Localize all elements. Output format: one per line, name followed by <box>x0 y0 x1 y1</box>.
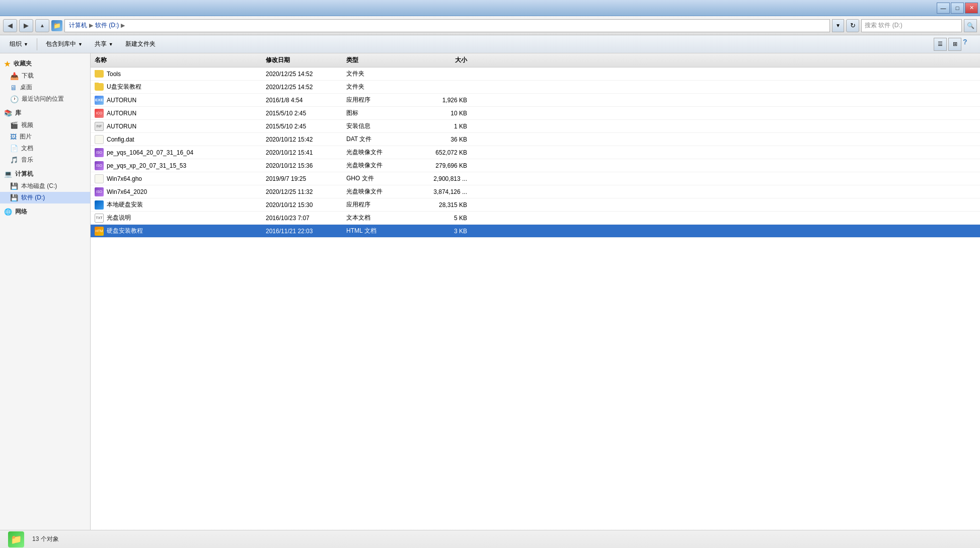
back-button[interactable]: ◀ <box>3 19 17 32</box>
sidebar-item-drive-d[interactable]: 💾 软件 (D:) <box>0 192 90 203</box>
table-row[interactable]: 本地硬盘安装 2020/10/12 15:30 应用程序 28,315 KB <box>91 198 980 212</box>
file-cell-size: 3,874,126 ... <box>407 188 467 195</box>
file-cell-size: 36 KB <box>407 136 467 143</box>
iso-icon: ISO <box>95 148 104 157</box>
gho-icon <box>95 174 104 183</box>
table-row[interactable]: ISO Win7x64_2020 2020/12/25 11:32 光盘映像文件… <box>91 185 980 198</box>
table-row[interactable]: ISO pe_yqs_1064_20_07_31_16_04 2020/10/1… <box>91 146 980 159</box>
table-row[interactable]: Win7x64.gho 2019/9/7 19:25 GHO 文件 2,900,… <box>91 172 980 185</box>
content-area[interactable]: 名称 修改日期 类型 大小 Tools 2020/12/25 14:52 文件夹… <box>91 53 980 530</box>
organize-button[interactable]: 组织 ▼ <box>4 37 34 51</box>
file-cell-date: 2019/9/7 19:25 <box>266 175 346 182</box>
table-row[interactable]: HTM 硬盘安装教程 2016/11/21 22:03 HTML 文档 3 KB <box>91 225 980 238</box>
file-name: 本地硬盘安装 <box>107 200 143 209</box>
sidebar-item-pictures[interactable]: 🖼 图片 <box>0 131 90 143</box>
file-list: Tools 2020/12/25 14:52 文件夹 U盘安装教程 2020/1… <box>91 67 980 238</box>
sidebar-header-favorites[interactable]: ★ 收藏夹 <box>0 57 90 70</box>
sidebar-item-video[interactable]: 🎬 视频 <box>0 119 90 131</box>
table-row[interactable]: U盘安装教程 2020/12/25 14:52 文件夹 <box>91 81 980 94</box>
network-label: 网络 <box>15 208 27 216</box>
breadcrumb-sep-2: ▶ <box>121 22 125 29</box>
sidebar-section-computer: 💻 计算机 💾 本地磁盘 (C:) 💾 软件 (D:) <box>0 168 90 203</box>
sidebar-item-downloads[interactable]: 📥 下载 <box>0 70 90 82</box>
file-cell-type: HTML 文档 <box>346 227 407 235</box>
file-cell-date: 2015/5/10 2:45 <box>266 110 346 117</box>
file-cell-name: ISO Win7x64_2020 <box>95 187 266 196</box>
iso-icon: ISO <box>95 187 104 196</box>
file-cell-type: 应用程序 <box>346 96 407 104</box>
search-button[interactable]: 🔍 <box>964 19 977 32</box>
download-folder-icon: 📥 <box>10 72 19 80</box>
sidebar-item-music[interactable]: 🎵 音乐 <box>0 154 90 166</box>
status-app-icon: 📁 <box>8 531 24 547</box>
exe-icon: EXE <box>95 96 104 105</box>
sidebar-header-computer[interactable]: 💻 计算机 <box>0 168 90 180</box>
file-cell-name: Tools <box>95 70 266 78</box>
search-placeholder: 搜索 软件 (D:) <box>865 21 902 30</box>
favorites-label: 收藏夹 <box>14 59 32 68</box>
file-cell-size: 1,926 KB <box>407 97 467 104</box>
file-cell-date: 2016/10/23 7:07 <box>266 215 346 222</box>
inf-icon: INF <box>95 122 104 131</box>
forward-button[interactable]: ▶ <box>19 19 33 32</box>
txt-icon: TXT <box>95 214 104 223</box>
breadcrumb-drive[interactable]: 软件 (D:) <box>95 21 119 30</box>
address-path[interactable]: 计算机 ▶ 软件 (D:) ▶ <box>64 19 830 32</box>
sidebar-item-drive-c[interactable]: 💾 本地磁盘 (C:) <box>0 180 90 192</box>
sidebar-header-library[interactable]: 📚 库 <box>0 107 90 119</box>
view-size-button[interactable]: ⊞ <box>948 38 961 51</box>
sidebar-item-desktop[interactable]: 🖥 桌面 <box>0 82 90 93</box>
sidebar-item-documents[interactable]: 📄 文档 <box>0 143 90 154</box>
star-icon: ★ <box>4 60 11 68</box>
view-toggle-button[interactable]: ☰ <box>934 38 947 51</box>
col-header-date[interactable]: 修改日期 <box>266 56 346 64</box>
file-name: AUTORUN <box>107 97 136 104</box>
sidebar-header-network[interactable]: 🌐 网络 <box>0 206 90 218</box>
file-cell-type: 光盘映像文件 <box>346 148 407 157</box>
file-name: Win7x64.gho <box>107 175 142 182</box>
file-name: Tools <box>107 71 121 78</box>
col-header-size[interactable]: 大小 <box>407 56 467 64</box>
folder-icon <box>95 70 104 78</box>
table-row[interactable]: Tools 2020/12/25 14:52 文件夹 <box>91 67 980 81</box>
table-row[interactable]: EXE AUTORUN 2016/1/8 4:54 应用程序 1,926 KB <box>91 94 980 107</box>
sidebar-item-recent[interactable]: 🕐 最近访问的位置 <box>0 93 90 105</box>
computer-label: 计算机 <box>15 170 33 178</box>
col-header-type[interactable]: 类型 <box>346 56 407 64</box>
include-dropdown-icon: ▼ <box>78 42 83 47</box>
title-bar: — □ ✕ <box>0 0 980 16</box>
close-button[interactable]: ✕ <box>965 3 978 14</box>
table-row[interactable]: Config.dat 2020/10/12 15:42 DAT 文件 36 KB <box>91 133 980 146</box>
table-row[interactable]: ICO AUTORUN 2015/5/10 2:45 图标 10 KB <box>91 107 980 120</box>
new-folder-button[interactable]: 新建文件夹 <box>120 37 161 51</box>
table-row[interactable]: ISO pe_yqs_xp_20_07_31_15_53 2020/10/12 … <box>91 159 980 172</box>
desktop-icon: 🖥 <box>10 84 17 92</box>
refresh-button[interactable]: ↻ <box>846 19 859 32</box>
folder-address-icon: 📁 <box>51 20 62 31</box>
share-button[interactable]: 共享 ▼ <box>89 37 119 51</box>
new-folder-label: 新建文件夹 <box>125 40 156 48</box>
col-header-name[interactable]: 名称 <box>95 56 266 64</box>
file-cell-date: 2020/12/25 14:52 <box>266 71 346 78</box>
dat-icon <box>95 135 104 144</box>
computer-icon: 💻 <box>4 170 12 178</box>
file-cell-name: U盘安装教程 <box>95 83 266 91</box>
column-headers: 名称 修改日期 类型 大小 <box>91 53 980 67</box>
file-cell-name: Win7x64.gho <box>95 174 266 183</box>
table-row[interactable]: INF AUTORUN 2015/5/10 2:45 安装信息 1 KB <box>91 120 980 133</box>
help-button[interactable]: ? <box>963 38 976 51</box>
file-cell-type: 文件夹 <box>346 70 407 78</box>
search-box[interactable]: 搜索 软件 (D:) <box>861 19 962 32</box>
html-icon: HTM <box>95 227 104 236</box>
breadcrumb-computer[interactable]: 计算机 <box>69 21 87 30</box>
address-dropdown-button[interactable]: ▼ <box>832 19 844 32</box>
address-bar: ◀ ▶ ▲ 📁 计算机 ▶ 软件 (D:) ▶ ▼ ↻ 搜索 软件 (D:) 🔍 <box>0 16 980 35</box>
table-row[interactable]: TXT 光盘说明 2016/10/23 7:07 文本文档 5 KB <box>91 212 980 225</box>
minimize-button[interactable]: — <box>937 3 950 14</box>
documents-icon: 📄 <box>10 145 18 152</box>
file-cell-size: 1 KB <box>407 123 467 130</box>
up-button[interactable]: ▲ <box>35 19 49 32</box>
file-cell-size: 652,072 KB <box>407 149 467 156</box>
maximize-button[interactable]: □ <box>951 3 964 14</box>
include-in-lib-button[interactable]: 包含到库中 ▼ <box>40 37 88 51</box>
